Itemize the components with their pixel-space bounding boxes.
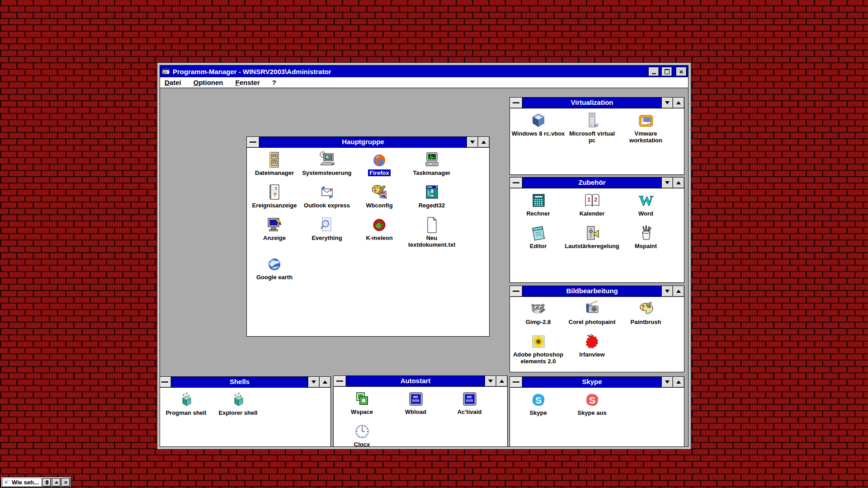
group-content: Gimp-2.8 Corel photopaint Paintbrush Ado… — [510, 297, 684, 372]
desktop: { "program_manager": { "title": "Program… — [0, 0, 868, 488]
program-item-kalender[interactable]: 12 Kalender — [565, 192, 619, 217]
program-item-mspaint[interactable]: Mspaint — [619, 224, 673, 249]
program-item-systemsteuerung[interactable]: Systemsteuerung — [301, 151, 353, 176]
menu-item-datei[interactable]: Datei — [165, 79, 181, 86]
group-maximize-button[interactable] — [673, 286, 684, 296]
program-item-skype-aus[interactable]: S Skype aus — [565, 391, 619, 416]
skype-blue-icon: S — [529, 391, 547, 409]
program-item-word[interactable]: W Word — [619, 192, 673, 217]
program-manager-icon — [161, 67, 170, 76]
control-menu-box[interactable] — [160, 377, 171, 387]
program-item-corel-photopaint[interactable]: Corel photopaint — [565, 300, 619, 325]
document-magnifier-icon — [318, 216, 336, 234]
program-item-vmware-workstation[interactable]: Vmware workstation — [619, 112, 673, 144]
program-item-wbload[interactable]: MSDOS Wbload — [389, 390, 443, 415]
group-minimize-button[interactable] — [661, 377, 673, 387]
red-splat-icon — [583, 333, 601, 351]
group-titlebar-hauptgruppe[interactable]: Hauptgruppe — [247, 137, 489, 148]
group-titlebar-skype[interactable]: Skype — [510, 377, 684, 388]
minimize-button[interactable] — [648, 67, 659, 76]
program-item-outlook-express[interactable]: Outlook express — [301, 183, 353, 209]
program-manager-window: Programm-Manager - WINSRV2003\Administra… — [157, 62, 691, 450]
menu-item-optionen[interactable]: Optionen — [193, 79, 223, 86]
program-item-photoshop-elements[interactable]: Adobe photoshop elements 2.0 — [511, 333, 565, 365]
program-item-editor[interactable]: Editor — [511, 224, 565, 249]
group-maximize-button[interactable] — [673, 178, 684, 188]
program-item-neu-textdokument[interactable]: Neu textdokument.txt — [406, 216, 458, 248]
group-maximize-button[interactable] — [673, 98, 684, 108]
maximize-button[interactable] — [661, 67, 672, 76]
shell-cube-icon — [177, 391, 195, 409]
workspace: Hauptgruppe Dateimanager Systemsteuerung… — [160, 88, 688, 446]
program-item-rechner[interactable]: Rechner — [511, 192, 565, 217]
program-item-skype[interactable]: S Skype — [511, 391, 565, 416]
group-minimize-button[interactable] — [661, 178, 673, 188]
close-button[interactable]: × — [676, 67, 687, 76]
group-titlebar-zubehoer[interactable]: Zubehör — [510, 178, 684, 188]
group-minimize-button[interactable] — [661, 98, 673, 108]
program-item-label: Rechner — [526, 210, 550, 217]
program-item-label: Neu textdokument.txt — [406, 235, 458, 248]
program-item-windows8-vbox[interactable]: Windows 8 rc.vbox — [511, 112, 565, 144]
group-maximize-button[interactable] — [478, 137, 489, 147]
minimized-window-body: e Wie seh... — [2, 478, 42, 487]
program-item-ereignisanzeige[interactable]: i? Ereignisanzeige — [248, 183, 301, 209]
svg-text:MS: MS — [413, 395, 418, 399]
program-item-kmeleon[interactable]: K-meleon — [353, 216, 406, 248]
menu-item-help[interactable]: ? — [272, 79, 276, 86]
mini-close-button[interactable]: × — [61, 478, 70, 487]
group-maximize-button[interactable] — [496, 376, 507, 386]
program-item-everything[interactable]: Everything — [301, 216, 353, 248]
program-item-activaid[interactable]: MSDOS Ac'tivaid — [443, 390, 496, 415]
program-item-label: Gimp-2.8 — [526, 319, 551, 325]
restore-up-button[interactable] — [52, 478, 61, 487]
group-maximize-button[interactable] — [319, 377, 330, 387]
calendar-book-icon: 12 — [583, 192, 601, 210]
group-titlebar-shells[interactable]: Shells — [160, 377, 330, 388]
control-menu-box[interactable] — [247, 137, 259, 147]
program-item-clocx[interactable]: Clocx — [335, 422, 389, 446]
program-item-paintbrush[interactable]: Paintbrush — [619, 300, 673, 325]
minimized-window-titlebar[interactable]: e Wie seh... × — [1, 477, 71, 488]
control-menu-box[interactable] — [510, 98, 523, 108]
program-item-label: Word — [638, 210, 653, 217]
program-item-label: K-meleon — [366, 235, 392, 241]
program-item-label: Clocx — [354, 441, 370, 446]
program-item-wbconfig[interactable]: Wbconfig — [353, 183, 406, 209]
menu-item-fenster[interactable]: Fenster — [236, 79, 260, 86]
group-minimize-button[interactable] — [308, 377, 319, 387]
program-item-label: Anzeige — [263, 235, 286, 241]
program-item-explorer-shell[interactable]: Explorer shell — [212, 391, 264, 416]
group-minimize-button[interactable] — [467, 137, 478, 147]
group-maximize-button[interactable] — [673, 377, 684, 387]
control-menu-box[interactable] — [510, 377, 523, 387]
program-item-taskmanager[interactable]: Taskmanager — [406, 151, 458, 176]
program-item-firefox[interactable]: Firefox — [353, 151, 406, 176]
control-menu-box[interactable] — [334, 376, 346, 386]
program-item-lautstaerkeregelung[interactable]: Lautstärkeregelung — [565, 224, 619, 249]
program-item-irfanview[interactable]: Irfanview — [565, 333, 619, 365]
control-menu-box[interactable] — [510, 178, 523, 188]
control-menu-box[interactable] — [510, 286, 523, 296]
program-item-regedt32[interactable]: Regedt32 — [406, 183, 458, 209]
group-titlebar-bildbearbeitung[interactable]: Bildbearbeitung — [510, 286, 684, 297]
program-item-microsoft-virtual-pc[interactable]: Microsoft virtual pc — [565, 112, 619, 144]
group-titlebar-virtualization[interactable]: Virtualization — [510, 98, 684, 108]
program-item-label: Skype — [529, 409, 547, 416]
program-item-anzeige[interactable]: Anzeige — [248, 216, 301, 248]
program-item-progman-shell[interactable]: Progman shell — [160, 391, 212, 416]
rollup-spinner-button[interactable] — [42, 478, 51, 487]
group-minimize-button[interactable] — [485, 376, 496, 386]
program-item-gimp[interactable]: Gimp-2.8 — [511, 300, 565, 325]
shell-cube-icon — [229, 391, 247, 409]
group-titlebar-autostart[interactable]: Autostart — [334, 376, 507, 387]
group-minimize-button[interactable] — [661, 286, 673, 296]
pencil-cup-icon — [637, 224, 655, 242]
svg-text:S: S — [535, 395, 542, 405]
program-item-wspace[interactable]: Wspace — [335, 390, 389, 415]
program-item-google-earth[interactable]: Google earth — [248, 255, 301, 281]
program-item-dateimanager[interactable]: Dateimanager — [248, 151, 301, 176]
internet-explorer-icon: e — [4, 479, 11, 486]
program-manager-titlebar[interactable]: Programm-Manager - WINSRV2003\Administra… — [160, 66, 688, 77]
vmware-square-icon — [637, 112, 655, 130]
